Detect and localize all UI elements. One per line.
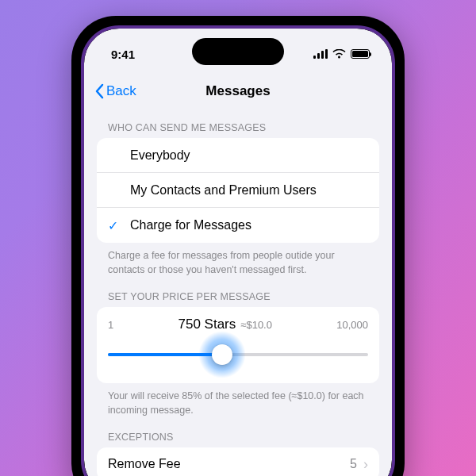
who-footer: Charge a fee for messages from people ou…: [108, 249, 368, 277]
option-label: My Contacts and Premium Users: [130, 183, 317, 198]
status-indicators: [313, 48, 370, 61]
option-label: Everybody: [130, 148, 190, 163]
option-everybody[interactable]: Everybody: [97, 138, 379, 173]
price-card: 1 750 Stars ≈$10.0 10,000: [97, 307, 379, 383]
nav-bar: Back Messages: [84, 75, 392, 108]
price-value: 750 Stars: [178, 317, 236, 332]
option-charge[interactable]: ✓ Charge for Messages: [97, 208, 379, 243]
back-label: Back: [106, 83, 136, 99]
phone-bezel: 9:41 Back Messages: [81, 25, 395, 476]
section-header-exceptions: EXCEPTIONS: [108, 432, 368, 443]
who-can-message-group: Everybody My Contacts and Premium Users …: [97, 138, 379, 243]
chevron-left-icon: [94, 83, 105, 99]
remove-fee-row[interactable]: Remove Fee 5 ›: [97, 447, 379, 476]
price-min: 1: [108, 319, 113, 331]
screen: 9:41 Back Messages: [84, 29, 392, 476]
price-approx: ≈$10.0: [240, 319, 272, 331]
wifi-icon: [332, 48, 346, 61]
section-header-who: WHO CAN SEND ME MESSAGES: [108, 122, 368, 133]
chevron-right-icon: ›: [363, 457, 368, 471]
remove-fee-count: 5: [350, 457, 357, 471]
phone-frame: 9:41 Back Messages: [71, 16, 405, 476]
status-time: 9:41: [111, 48, 135, 61]
remove-fee-label: Remove Fee: [108, 457, 181, 471]
page-title: Messages: [205, 83, 270, 99]
section-header-price: SET YOUR PRICE PER MESSAGE: [108, 291, 368, 302]
checkmark-icon: ✓: [108, 218, 118, 233]
dynamic-island: [192, 38, 284, 65]
slider-thumb[interactable]: [212, 344, 232, 365]
cellular-icon: [313, 49, 328, 59]
price-footer: Your will receive 85% of the selected fe…: [108, 390, 368, 417]
price-slider[interactable]: [108, 344, 368, 366]
battery-icon: [351, 49, 370, 59]
option-label: Charge for Messages: [130, 218, 251, 232]
option-contacts-premium[interactable]: My Contacts and Premium Users: [97, 173, 379, 208]
back-button[interactable]: Back: [94, 83, 136, 99]
price-max: 10,000: [336, 319, 368, 331]
